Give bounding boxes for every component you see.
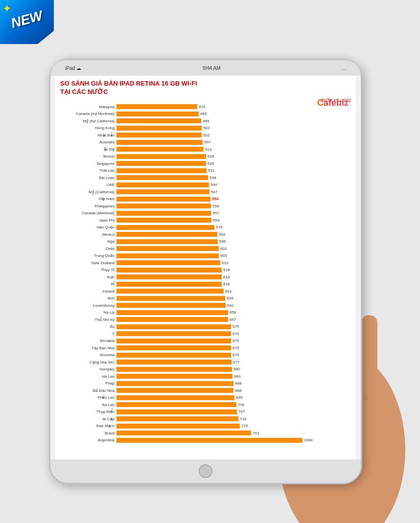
bar-area: 688 — [117, 388, 351, 393]
country-label: UAE — [60, 182, 117, 187]
bar-area: 596 — [117, 239, 351, 244]
bar-area: 513 — [117, 147, 351, 152]
country-label: Argentina — [60, 438, 117, 442]
table-row: Ai Cập 716 — [60, 416, 351, 422]
bar-value: 618 — [223, 282, 230, 286]
ipad-top-bar: iPad ☁ 9:44 AM ... — [50, 60, 361, 76]
country-label: Singapore — [60, 161, 117, 166]
bar — [117, 253, 219, 258]
country-label: Brunei — [60, 154, 117, 159]
table-row: Thái Lan 531 — [60, 167, 351, 174]
bar — [117, 438, 303, 443]
bar-area: 688 — [117, 381, 351, 386]
bar-value: 538 — [210, 176, 216, 180]
table-row: Thụy Sĩ 618 — [60, 267, 351, 273]
country-label: Hong Kong — [60, 126, 117, 130]
bar-area: 618 — [117, 274, 351, 279]
bar — [117, 189, 210, 194]
bar — [117, 402, 236, 407]
bar-area: 502 — [117, 126, 351, 131]
country-label: Philiippines — [60, 204, 117, 208]
table-row: Nam Phi 559 — [60, 217, 351, 224]
bar-area: 683 — [117, 374, 351, 379]
table-row: Thổ Nhĩ Kỳ 657 — [60, 317, 351, 323]
country-label: Hàn Quốc — [60, 225, 117, 229]
bar — [117, 154, 206, 159]
bar-area: 576 — [117, 225, 351, 230]
bar-area: 675 — [117, 331, 351, 336]
bar-value: 547 — [211, 190, 217, 194]
bar-area: 639 — [117, 296, 351, 301]
country-label: Slovenia — [60, 353, 117, 357]
country-label: Thụy Điển — [60, 409, 117, 414]
bar — [117, 388, 233, 393]
table-row: Luxembourg 642 — [60, 302, 351, 309]
country-label: Tây Ban Nha — [60, 346, 117, 350]
bar-value: 559 — [213, 218, 219, 223]
bar — [117, 274, 222, 279]
bar-area: 547 — [117, 189, 351, 194]
unit-label: (ĐƠN VỊ: USD) — [60, 98, 351, 103]
bar-value: 716 — [240, 417, 246, 421]
country-label: Đài Loan — [60, 176, 117, 180]
bar-value: 502 — [203, 133, 210, 137]
bar-area: 485 — [117, 112, 351, 116]
bar-area: 526 — [117, 154, 351, 159]
bar-area: 499 — [117, 118, 351, 123]
table-row: Na-Uy 656 — [60, 309, 351, 316]
bar-value: 485 — [200, 112, 207, 116]
bar-area: 507 — [117, 140, 351, 145]
bar-area: 618 — [117, 282, 351, 287]
country-label: Canada (Montreal) — [60, 211, 117, 215]
country-label: Việt Nam — [60, 197, 117, 201]
country-label: Pháp — [60, 381, 117, 386]
bar-area: 791 — [117, 431, 351, 435]
bar — [117, 282, 222, 287]
table-row: Philiippines 556 — [60, 203, 351, 209]
country-label: Hungary — [60, 367, 117, 371]
country-label: Nhật Bản — [60, 133, 117, 137]
bar-area: 1094 — [117, 438, 351, 443]
bar — [117, 126, 202, 131]
bar-area: 602 — [117, 246, 351, 251]
bar — [117, 161, 206, 166]
country-label: Anh — [60, 296, 117, 300]
bar-value: 680 — [233, 367, 240, 371]
bar-value: 642 — [227, 303, 233, 308]
bar — [117, 374, 233, 379]
country-label: Phần Lan — [60, 395, 117, 400]
bar-value: 1094 — [304, 438, 313, 442]
table-row: Bỉ 618 — [60, 281, 351, 287]
table-row: Ba Lan 705 — [60, 402, 351, 408]
table-row: Đan Mạch 725 — [60, 423, 351, 429]
bar-area: 716 — [117, 416, 351, 421]
table-row: Trung Quốc 603 — [60, 252, 351, 259]
country-label: Đức — [60, 275, 117, 279]
bar-area: 559 — [117, 218, 351, 223]
bar — [117, 112, 199, 116]
bar-area: 675 — [117, 345, 351, 350]
bar-area: 642 — [117, 303, 351, 308]
bar-area: 538 — [117, 175, 351, 180]
bar — [117, 211, 211, 216]
bar — [117, 133, 202, 137]
bar-value: 526 — [208, 161, 214, 166]
bar — [117, 296, 225, 301]
bar — [117, 182, 209, 187]
bar-area: 618 — [117, 268, 351, 273]
bar-area: 675 — [117, 339, 351, 343]
table-row: Pháp 688 — [60, 380, 351, 387]
bar — [117, 218, 211, 223]
chart-rows: Malaysia 474 Canada (trừ Montreal) 485 M… — [60, 104, 351, 444]
table-row: Hà Lan 683 — [60, 373, 351, 380]
bar-value: 557 — [212, 211, 219, 215]
country-label: Slovakia — [60, 339, 117, 343]
home-button[interactable] — [199, 464, 212, 478]
ipad-screen: SO SÁNH GIÁ BÁN IPAD RETINA 16 GB WI-FI … — [55, 76, 356, 459]
table-row: Singapore 526 — [60, 160, 351, 167]
bar-area: 680 — [117, 367, 351, 372]
bar-area: 657 — [117, 317, 351, 322]
bar — [117, 232, 217, 237]
table-row: Argentina 1094 — [60, 437, 351, 443]
table-row: Tây Ban Nha 675 — [60, 345, 351, 351]
